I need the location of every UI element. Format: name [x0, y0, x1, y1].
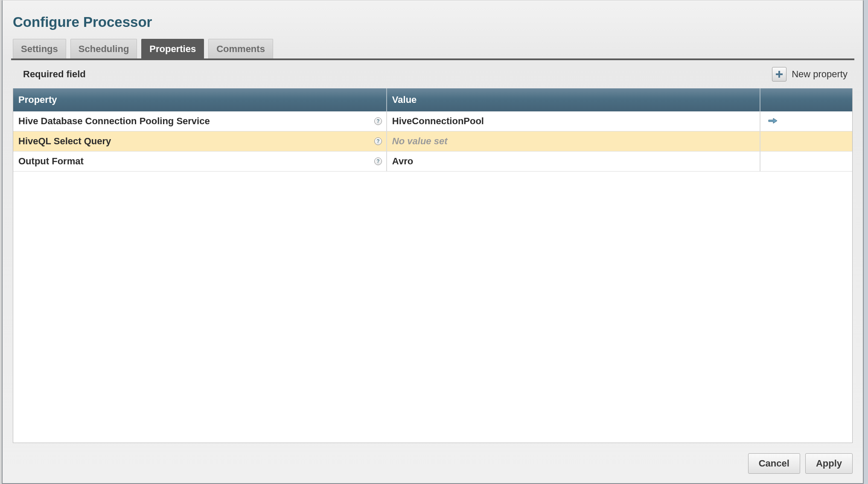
- tab-properties[interactable]: Properties: [141, 39, 204, 58]
- apply-button[interactable]: Apply: [805, 453, 853, 474]
- property-name: Output Format: [18, 156, 84, 166]
- help-icon[interactable]: ?: [374, 117, 382, 125]
- property-name: HiveQL Select Query: [18, 136, 111, 146]
- property-value-cell[interactable]: HiveConnectionPool: [387, 111, 760, 131]
- required-field-label: Required field: [23, 69, 86, 80]
- configure-processor-dialog: Configure Processor Settings Scheduling …: [2, 0, 864, 484]
- property-value: No value set: [392, 136, 448, 146]
- header-actions: [760, 88, 852, 111]
- svg-rect-1: [776, 73, 783, 75]
- tab-scheduling[interactable]: Scheduling: [70, 39, 137, 58]
- arrow-right-icon[interactable]: [768, 116, 778, 122]
- property-name-cell: Output Format ?: [13, 152, 387, 172]
- properties-panel: Required field New property Prope: [11, 60, 854, 443]
- property-action-cell: [760, 152, 852, 172]
- dialog-title: Configure Processor: [13, 14, 854, 30]
- table-row[interactable]: Hive Database Connection Pooling Service…: [13, 111, 852, 131]
- header-property: Property: [13, 88, 387, 111]
- property-value-cell[interactable]: No value set: [387, 131, 760, 152]
- properties-table: Property Value Hive Database Connection …: [13, 88, 852, 172]
- cancel-button[interactable]: Cancel: [748, 453, 800, 474]
- plus-icon: [772, 67, 786, 82]
- property-action-cell: [760, 111, 852, 131]
- table-row[interactable]: Output Format ? Avro: [13, 152, 852, 172]
- new-property-button[interactable]: New property: [772, 67, 848, 82]
- table-row[interactable]: HiveQL Select Query ? No value set: [13, 131, 852, 152]
- help-icon[interactable]: ?: [374, 157, 382, 165]
- dialog-footer: Cancel Apply: [11, 443, 854, 476]
- new-property-label: New property: [792, 69, 848, 80]
- background-peek: [864, 0, 868, 484]
- property-value: Avro: [392, 156, 413, 166]
- subheader-row: Required field New property: [11, 60, 854, 88]
- help-icon[interactable]: ?: [374, 137, 382, 145]
- tab-comments[interactable]: Comments: [208, 39, 273, 58]
- table-header-row: Property Value: [13, 88, 852, 111]
- property-value-cell[interactable]: Avro: [387, 152, 760, 172]
- property-value: HiveConnectionPool: [392, 116, 484, 126]
- property-name-cell: Hive Database Connection Pooling Service…: [13, 111, 387, 131]
- tab-settings[interactable]: Settings: [13, 39, 66, 58]
- property-name: Hive Database Connection Pooling Service: [18, 116, 210, 126]
- property-action-cell: [760, 131, 852, 152]
- properties-table-wrap: Property Value Hive Database Connection …: [13, 88, 853, 443]
- tabs-row: Settings Scheduling Properties Comments: [11, 39, 854, 60]
- header-value: Value: [387, 88, 760, 111]
- property-name-cell: HiveQL Select Query ?: [13, 131, 387, 152]
